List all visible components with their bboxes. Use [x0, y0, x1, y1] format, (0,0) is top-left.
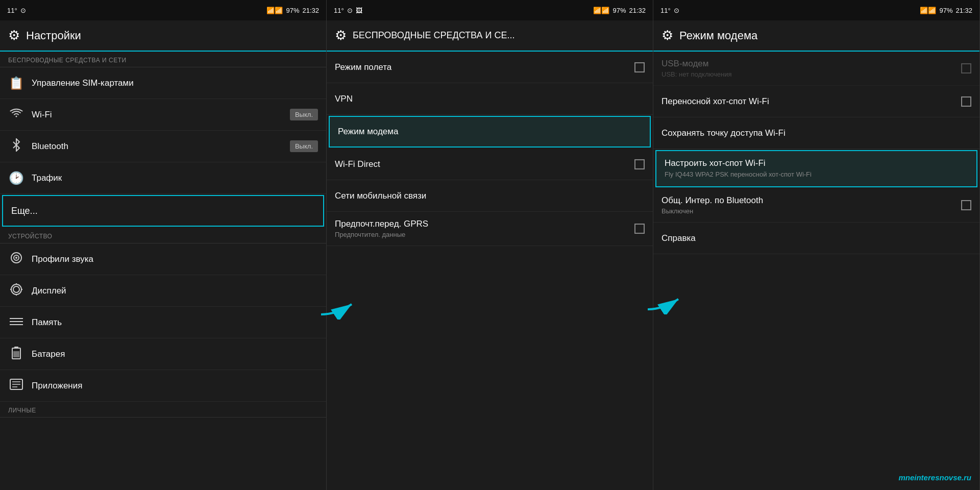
sim-icon: 📋 [8, 76, 24, 90]
section-device-1: УСТРОЙСТВО [0, 228, 326, 243]
apps-label: Приложения [32, 381, 318, 391]
status-right-3: 📶📶 97% 21:32 [920, 7, 972, 14]
sound-label: Профили звука [32, 254, 318, 264]
mobile-item[interactable]: Сети мобильной связи [327, 180, 653, 212]
section-personal-1: ЛИЧНЫЕ [0, 402, 326, 418]
battery-icon [8, 346, 24, 362]
status-right-2: 📶📶 97% 21:32 [593, 7, 646, 14]
bt-share-label: Общ. Интер. по Bluetooth [662, 195, 954, 206]
temp-2: 11° [334, 7, 344, 14]
settings-icon-3: ⚙ [662, 28, 673, 43]
section-wireless-1: БЕСПРОВОДНЫЕ СРЕДСТВА И СЕТИ [0, 52, 326, 67]
scroll-area-3[interactable]: USB-модем USB: нет подключения Переносно… [653, 52, 979, 490]
settings-icon-2: ⚙ [335, 28, 347, 43]
svg-point-4 [13, 286, 19, 292]
traffic-item[interactable]: 🕑 Трафик [0, 162, 326, 194]
signal-icon-1: ⊙ [20, 7, 26, 14]
configure-sub: Fly IQ443 WPA2 PSK переносной хот-спот W… [665, 170, 968, 179]
status-left-1: 11° ⊙ [7, 7, 26, 14]
display-label: Дисплей [32, 286, 318, 296]
hotspot-item[interactable]: Переносной хот-спот Wi-Fi [653, 86, 979, 117]
hotspot-checkbox[interactable] [961, 96, 971, 107]
configure-item[interactable]: Настроить хот-спот Wi-Fi Fly IQ443 WPA2 … [655, 150, 977, 187]
airplane-label: Режим полета [335, 62, 627, 72]
status-right-1: 📶📶 97% 21:32 [266, 7, 319, 14]
panel-2: 11° ⊙ 🖼 📶📶 97% 21:32 ⚙ БЕСПРОВОДНЫЕ СРЕД… [327, 0, 653, 490]
scroll-area-2[interactable]: Режим полета VPN Режим модема Wi-Fi Dire… [327, 52, 653, 490]
panel-3: 11° ⊙ 📶📶 97% 21:32 ⚙ Режим модема USB-мо… [653, 0, 980, 490]
vpn-label: VPN [335, 94, 645, 104]
memory-icon [8, 315, 24, 330]
apps-item[interactable]: Приложения [0, 370, 326, 402]
page-title-1: Настройки [26, 29, 81, 42]
svg-rect-10 [13, 351, 19, 357]
more-label: Еще... [11, 206, 315, 216]
usb-item[interactable]: USB-модем USB: нет подключения [653, 52, 979, 86]
wifidirect-checkbox[interactable] [634, 159, 645, 169]
status-left-2: 11° ⊙ 🖼 [334, 7, 362, 14]
bt-share-item[interactable]: Общ. Интер. по Bluetooth Выключен [653, 188, 979, 223]
airplane-checkbox[interactable] [634, 62, 645, 72]
temp-1: 11° [7, 7, 17, 14]
time-1: 21:32 [302, 7, 319, 14]
vpn-item[interactable]: VPN [327, 83, 653, 115]
gprs-sub: Предпочтител. данные [335, 231, 627, 238]
sound-item[interactable]: Профили звука [0, 243, 326, 275]
signal-icon-3: ⊙ [674, 7, 679, 14]
mobile-label: Сети мобильной связи [335, 191, 645, 201]
save-item[interactable]: Сохранять точку доступа Wi-Fi [653, 117, 979, 149]
more-item[interactable]: Еще... [2, 195, 324, 227]
status-bar-2: 11° ⊙ 🖼 📶📶 97% 21:32 [327, 0, 653, 20]
usb-checkbox[interactable] [961, 63, 971, 74]
battery-label: Батарея [32, 349, 318, 359]
bt-share-checkbox[interactable] [961, 200, 971, 210]
signal-bars-3: 📶📶 [920, 7, 936, 14]
temp-3: 11° [660, 7, 671, 14]
signal-bars-1: 📶📶 [266, 7, 283, 14]
time-3: 21:32 [955, 7, 972, 14]
wifi-toggle[interactable]: Выкл. [290, 109, 318, 120]
help-label: Справка [662, 233, 971, 243]
sim-label: Управление SIM-картами [32, 78, 318, 88]
battery-2: 97% [612, 7, 626, 14]
signal-icon-2: ⊙ [347, 7, 353, 14]
display-item[interactable]: Дисплей [0, 275, 326, 307]
status-left-3: 11° ⊙ [660, 7, 679, 14]
airplane-item[interactable]: Режим полета [327, 52, 653, 83]
wifi-icon [8, 108, 24, 122]
status-bar-3: 11° ⊙ 📶📶 97% 21:32 [653, 0, 979, 20]
memory-label: Память [32, 317, 318, 328]
svg-point-2 [15, 257, 17, 259]
wifi-item[interactable]: Wi-Fi Выкл. [0, 99, 326, 131]
wifi-label: Wi-Fi [32, 110, 283, 120]
gprs-label: Предпочт.перед. GPRS [335, 219, 627, 229]
hotspot-label: Переносной хот-спот Wi-Fi [662, 96, 954, 107]
battery-item[interactable]: Батарея [0, 338, 326, 370]
status-bar-1: 11° ⊙ 📶📶 97% 21:32 [0, 0, 326, 20]
bluetooth-item[interactable]: Bluetooth Выкл. [0, 131, 326, 162]
traffic-label: Трафик [32, 173, 318, 183]
battery-3: 97% [939, 7, 952, 14]
sim-item[interactable]: 📋 Управление SIM-картами [0, 67, 326, 99]
help-item[interactable]: Справка [653, 223, 979, 254]
time-2: 21:32 [629, 7, 646, 14]
memory-item[interactable]: Память [0, 307, 326, 338]
save-label: Сохранять точку доступа Wi-Fi [662, 128, 971, 138]
gprs-checkbox[interactable] [634, 224, 645, 234]
page-title-3: Режим модема [679, 29, 757, 42]
page-header-3: ⚙ Режим модема [653, 20, 979, 52]
scroll-area-1[interactable]: БЕСПРОВОДНЫЕ СРЕДСТВА И СЕТИ 📋 Управлени… [0, 52, 326, 490]
bluetooth-icon [8, 138, 24, 155]
page-header-2: ⚙ БЕСПРОВОДНЫЕ СРЕДСТВА И СЕ... [327, 20, 653, 52]
page-title-2: БЕСПРОВОДНЫЕ СРЕДСТВА И СЕ... [353, 30, 514, 41]
battery-1: 97% [286, 7, 299, 14]
bluetooth-label: Bluetooth [32, 141, 283, 152]
wifidirect-item[interactable]: Wi-Fi Direct [327, 149, 653, 180]
gprs-item[interactable]: Предпочт.перед. GPRS Предпочтител. данны… [327, 212, 653, 246]
bluetooth-toggle[interactable]: Выкл. [290, 140, 318, 152]
sound-icon [8, 251, 24, 267]
usb-label: USB-модем [662, 59, 954, 69]
apps-icon [8, 378, 24, 394]
modem-item[interactable]: Режим модема [329, 116, 651, 148]
signal-bars-2: 📶📶 [593, 7, 609, 14]
